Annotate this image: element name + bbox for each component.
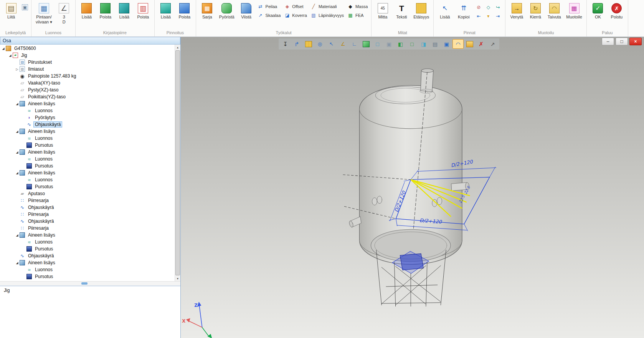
tree-item[interactable]: ◢▰Jig [0, 52, 175, 59]
ribbon-button-poista[interactable]: ▥Poista [134, 1, 152, 20]
ribbon-button-offset[interactable]: ◈Offset [284, 3, 307, 10]
ribbon-button-pintaan-viivaan[interactable]: ▦Pintaan/ viivaan ▾ [34, 1, 54, 25]
tree-item[interactable]: Pursotus [0, 183, 175, 190]
ribbon-button-poista[interactable]: Poista [176, 1, 193, 20]
tree-item[interactable]: ◢Aineen lisäys [0, 232, 175, 239]
tree-horizontal-scrollbar[interactable] [0, 281, 180, 286]
tree-item[interactable]: ∷Piirresarja [0, 197, 175, 204]
ribbon-button-3-d[interactable]: ∠3 D [55, 1, 73, 25]
collapse-arrow-icon[interactable]: ◢ [15, 151, 20, 154]
viewport-tool-slab-icon[interactable] [464, 39, 475, 49]
ribbon-button-muotoile[interactable]: ▦Muotoile [564, 1, 584, 20]
tree-item[interactable]: ▱Poikittais(YZ)-taso [0, 93, 175, 100]
ribbon-button-kierr[interactable]: ↻Kierrä [527, 1, 544, 20]
viewport-tool-snap-point-icon[interactable]: ◎ [314, 39, 325, 49]
tree-item[interactable]: ◉Painopiste 1257.483 kg [0, 73, 175, 80]
tree-item[interactable]: ◢Aineen lisäys [0, 100, 175, 107]
viewport-tool-view-wire-icon[interactable]: □ [372, 39, 383, 49]
tree-item[interactable]: ◗Pyöräytys [0, 114, 175, 121]
tree-item[interactable]: ≈Luonnos [0, 107, 175, 114]
viewport-tool-shaded-cube-icon[interactable] [360, 39, 372, 49]
viewport-tool-snap-angle-icon[interactable]: ∠ [337, 39, 348, 49]
viewport-tool-surface-mode-icon[interactable]: ◠ [452, 39, 464, 49]
viewport-tool-snap-edge-icon[interactable]: ∟ [349, 39, 360, 49]
ribbon-button-face-save-icon[interactable]: ▾ [484, 12, 492, 20]
tree-item[interactable]: Pursotus [0, 273, 175, 280]
ribbon-button-lis[interactable]: Lisää [78, 1, 96, 20]
ribbon-button-py-rist[interactable]: Pyöristä [217, 1, 236, 20]
tree-item[interactable]: ≈Luonnos [0, 156, 175, 162]
ribbon-button-skaalaa[interactable]: ↗Skaalaa [258, 12, 281, 18]
viewport-tool-pin-icon[interactable]: ↧ [280, 39, 291, 49]
ribbon-button-venyt[interactable]: →Venytä [508, 1, 525, 20]
ribbon-button-et-isyys[interactable]: Etäisyys [411, 1, 431, 20]
tree-vertical-scrollbar[interactable]: ▲ ▼ [175, 45, 180, 281]
collapse-arrow-icon[interactable]: ◢ [1, 47, 6, 50]
tree-item[interactable]: ◢Aineen lisäys [0, 128, 175, 135]
ribbon-button-teksti[interactable]: TTeksti [393, 1, 410, 20]
scroll-up-icon[interactable]: ▲ [175, 45, 180, 50]
ribbon-button-copy-icon[interactable]: ▣ [21, 1, 29, 13]
tree-item[interactable]: ∷Piirresarja [0, 211, 175, 218]
ribbon-button-koverra[interactable]: ◪Koverra [284, 12, 307, 18]
ribbon-button-face-trim-icon[interactable]: ⊘ [474, 3, 483, 11]
ribbon-button-materiaali[interactable]: ╱Materiaali [310, 3, 344, 10]
tree-item[interactable]: ◢Aineen lisäys [0, 169, 175, 176]
viewport-tool-view-green-icon[interactable]: □ [406, 39, 418, 49]
ribbon-button-peilaa[interactable]: ⇄Peilaa [258, 3, 281, 10]
tree-item[interactable]: ≈Luonnos [0, 176, 175, 183]
collapse-arrow-icon[interactable]: ◢ [15, 261, 20, 265]
viewport-tool-delete-icon[interactable]: ✗ [476, 39, 487, 49]
tree-item[interactable]: ∿Ohjauskäyrä [0, 252, 175, 259]
collapse-arrow-icon[interactable]: ◢ [15, 234, 20, 237]
collapse-arrow-icon[interactable]: ◢ [15, 102, 20, 106]
tree-item[interactable]: Pursotus [0, 162, 175, 169]
viewport-tool-view-hidden-icon[interactable]: ▣ [383, 39, 395, 49]
close-icon[interactable]: × [629, 38, 642, 45]
ribbon-button-face-back-icon[interactable]: ⇤ [474, 12, 483, 20]
ribbon-button-lis[interactable]: Lisää [157, 1, 175, 20]
tree-item[interactable]: ≈Luonnos [0, 239, 175, 245]
viewport-tool-dim-add-icon[interactable]: ↱ [291, 39, 302, 49]
tree-item[interactable]: Pursotus [0, 245, 175, 252]
tree-item[interactable]: ◢Aineen lisäys [0, 149, 175, 156]
ribbon-button-lis[interactable]: Lisää [116, 1, 133, 20]
maximize-icon[interactable]: □ [616, 38, 628, 45]
tree-item[interactable]: ∿Ohjauskäyrä [0, 121, 175, 128]
scrollbar-thumb[interactable] [175, 50, 180, 275]
ribbon-button-ok[interactable]: ✓OK [589, 1, 607, 20]
collapse-arrow-icon[interactable]: ◢ [8, 54, 13, 57]
tree-item[interactable]: ▱Vaaka(XY)-taso [0, 80, 175, 86]
tree-item[interactable]: ∿Ohjauskäyrä [0, 218, 175, 225]
ribbon-button-face-extend-icon[interactable]: ↪ [494, 3, 502, 11]
ribbon-button-face-patch-icon[interactable]: ◇ [484, 3, 492, 11]
minimize-icon[interactable]: – [602, 38, 614, 45]
ribbon-button-lis[interactable]: ↖Lisää [436, 1, 454, 20]
viewport-tool-layers-icon[interactable]: ▣ [441, 39, 452, 49]
tree-item[interactable]: ▷▥Ilmiasut [0, 66, 175, 73]
tree-item[interactable]: ◢Aineen lisäys [0, 259, 175, 266]
tree-item[interactable]: ◢G4T50600 [0, 45, 175, 52]
viewport-tool-snap-mid-icon[interactable]: ↖ [326, 39, 337, 49]
collapse-arrow-icon[interactable]: ◢ [15, 171, 20, 175]
viewport-tool-export-icon[interactable]: ↗ [487, 39, 498, 49]
tree-item[interactable]: ∷Piirresarja [0, 225, 175, 232]
scrollbar-thumb[interactable] [81, 282, 88, 285]
tree-item[interactable]: ▰Aputaso [0, 190, 175, 197]
viewport-tool-view-section-icon[interactable]: ◨ [418, 39, 429, 49]
viewport-3d[interactable]: D/2+120 D/2+120 D/2+120 22.5 22.5 Z X [181, 37, 644, 338]
ribbon-button-l-pin-kyvyys[interactable]: ▧Läpinäkyvyys [310, 12, 344, 18]
collapse-arrow-icon[interactable]: ◢ [15, 130, 20, 133]
ribbon-button-viist[interactable]: Viistä [238, 1, 255, 20]
viewport-tool-tape-icon[interactable] [303, 39, 314, 49]
scroll-down-icon[interactable]: ▼ [175, 276, 180, 281]
ribbon-button-massa[interactable]: ◆Massa [347, 3, 368, 10]
tree-item[interactable]: Pursotus [0, 142, 175, 149]
tree-item[interactable]: ≈Luonnos [0, 266, 175, 273]
ribbon-button-kopioi[interactable]: ⇈Kopioi [455, 1, 472, 20]
viewport-tool-sheet-icon[interactable]: ▤ [429, 39, 441, 49]
ribbon-button-taivuta[interactable]: ◠Taivuta [545, 1, 563, 20]
ribbon-button-fea[interactable]: ▦FEA [347, 12, 368, 18]
ribbon-button-sarja[interactable]: ▦Sarja [198, 1, 216, 20]
tree-item[interactable]: ∿Ohjauskäyrä [0, 204, 175, 211]
